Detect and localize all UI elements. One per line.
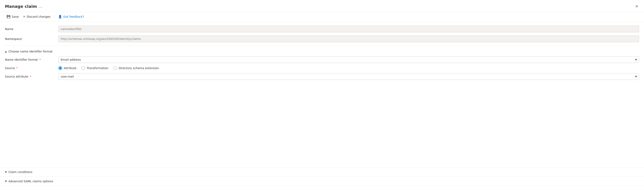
feedback-button[interactable]: 👤 Got feedback? bbox=[56, 14, 86, 20]
bottom-sections: ▼ Claim conditions ▼ Advanced SAML claim… bbox=[0, 167, 644, 186]
toolbar: 💾 Save ✕ Discard changes 👤 Got feedback? bbox=[0, 12, 644, 22]
advanced-saml-collapsible[interactable]: ▼ Advanced SAML claims options bbox=[0, 177, 644, 186]
panel-header: Manage claim … ✕ bbox=[0, 0, 644, 12]
source-directory-schema-label: Directory schema extension bbox=[119, 66, 159, 70]
name-input[interactable] bbox=[58, 26, 639, 32]
discard-icon: ✕ bbox=[23, 15, 26, 18]
advanced-saml-chevron-icon: ▼ bbox=[5, 180, 7, 183]
panel-title: Manage claim bbox=[5, 4, 37, 9]
source-attribute-required: * bbox=[29, 75, 31, 78]
namespace-row: Namespace bbox=[5, 36, 639, 42]
feedback-label: Got feedback? bbox=[63, 15, 84, 18]
name-id-format-select[interactable]: Email address Persistent Transient Unspe… bbox=[58, 56, 639, 63]
name-id-format-label: Name identifier format * bbox=[5, 58, 54, 61]
feedback-icon: 👤 bbox=[58, 15, 62, 18]
discard-changes-button[interactable]: ✕ Discard changes bbox=[21, 14, 52, 20]
name-id-format-required: * bbox=[38, 58, 41, 61]
form-content: Name Namespace ▲ Choose name identifier … bbox=[0, 22, 644, 167]
name-row: Name bbox=[5, 26, 639, 32]
chevron-up-icon: ▲ bbox=[5, 50, 7, 53]
name-id-format-row: Name identifier format * Email address P… bbox=[5, 56, 639, 63]
source-required: * bbox=[16, 66, 18, 70]
claim-conditions-chevron-icon: ▼ bbox=[5, 170, 7, 174]
claim-conditions-label: Claim conditions bbox=[8, 170, 32, 174]
discard-label: Discard changes bbox=[27, 15, 50, 18]
source-attribute-row: Source attribute * user.mail user.userpr… bbox=[5, 73, 639, 80]
source-attribute-option[interactable]: Attribute bbox=[58, 66, 76, 70]
source-attribute-label: Source attribute * bbox=[5, 75, 54, 78]
source-directory-schema-option[interactable]: Directory schema extension bbox=[113, 66, 159, 70]
toolbar-divider bbox=[54, 14, 54, 19]
source-directory-schema-radio[interactable] bbox=[113, 66, 117, 70]
source-attribute-label: Attribute bbox=[64, 66, 76, 70]
source-label: Source * bbox=[5, 66, 54, 70]
advanced-saml-label: Advanced SAML claims options bbox=[8, 180, 53, 183]
section-divider-1 bbox=[5, 46, 639, 46]
close-icon: ✕ bbox=[635, 4, 638, 8]
choose-name-identifier-content: Name identifier format * Email address P… bbox=[5, 56, 639, 86]
namespace-label: Namespace bbox=[5, 37, 54, 40]
save-button[interactable]: 💾 Save bbox=[5, 14, 20, 20]
source-attribute-select-wrapper: user.mail user.userprincipalname user.gi… bbox=[58, 73, 639, 80]
panel-title-row: Manage claim … bbox=[5, 4, 42, 9]
save-icon: 💾 bbox=[6, 15, 10, 18]
name-label: Name bbox=[5, 27, 54, 31]
claim-conditions-collapsible[interactable]: ▼ Claim conditions bbox=[0, 168, 644, 177]
source-transformation-radio[interactable] bbox=[82, 66, 85, 70]
source-attribute-radio[interactable] bbox=[58, 66, 62, 70]
source-radio-group: Attribute Transformation Directory schem… bbox=[58, 66, 639, 70]
choose-name-identifier-collapsible[interactable]: ▲ Choose name identifier format bbox=[5, 47, 639, 56]
source-row: Source * Attribute Transformation Direct… bbox=[5, 66, 639, 70]
choose-name-identifier-label: Choose name identifier format bbox=[8, 50, 52, 53]
name-id-format-select-wrapper: Email address Persistent Transient Unspe… bbox=[58, 56, 639, 63]
source-attribute-select[interactable]: user.mail user.userprincipalname user.gi… bbox=[58, 73, 639, 80]
source-transformation-label: Transformation bbox=[87, 66, 108, 70]
source-transformation-option[interactable]: Transformation bbox=[82, 66, 108, 70]
namespace-input[interactable] bbox=[58, 36, 639, 42]
close-button[interactable]: ✕ bbox=[634, 3, 639, 9]
more-options-icon[interactable]: … bbox=[39, 4, 42, 8]
manage-claim-panel: Manage claim … ✕ 💾 Save ✕ Discard change… bbox=[0, 0, 644, 186]
save-label: Save bbox=[12, 15, 19, 18]
